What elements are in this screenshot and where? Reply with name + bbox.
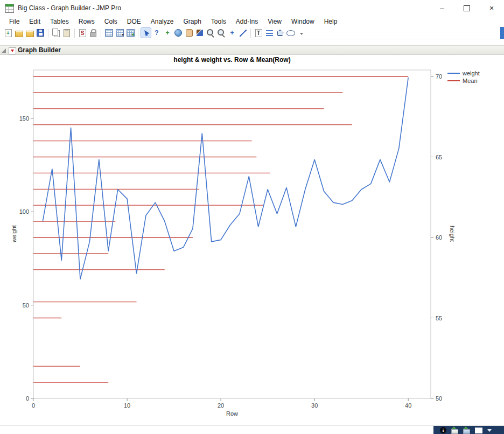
find-table-icon[interactable]: •	[115, 28, 124, 38]
menu-item-tables[interactable]: Tables	[45, 17, 74, 26]
paste-icon[interactable]	[62, 28, 72, 38]
legend-label: Mean	[463, 78, 478, 84]
new-data-table-icon[interactable]: +	[3, 28, 13, 38]
menu-item-edit[interactable]: Edit	[24, 17, 45, 26]
menu-item-rows[interactable]: Rows	[74, 17, 100, 26]
save-icon[interactable]	[36, 28, 45, 38]
left-axis-label[interactable]: weight	[11, 218, 17, 250]
status-bar: i	[0, 425, 504, 434]
weight-line-swatch	[447, 73, 460, 74]
menu-item-help[interactable]: Help	[319, 17, 342, 26]
legend: weight Mean	[447, 69, 480, 85]
x-axis-label[interactable]: Row	[33, 410, 431, 417]
globe-tool-icon[interactable]	[173, 28, 183, 38]
text-annotation-icon[interactable]: T	[254, 28, 263, 38]
minimize-button[interactable]: –	[430, 0, 454, 16]
toolbar-separator	[101, 29, 101, 38]
info-icon[interactable]: i	[440, 427, 446, 433]
line-annotation-icon[interactable]	[238, 28, 248, 38]
svg-text:30: 30	[311, 402, 318, 409]
open-icon[interactable]	[14, 28, 24, 38]
red-triangle-menu-icon[interactable]	[9, 47, 16, 54]
toolbar-separator	[250, 29, 251, 38]
crosshair-tool-icon[interactable]: +	[163, 28, 172, 38]
graph-builder-chart[interactable]: height & weight vs. Row & Mean(Row) 0102…	[0, 55, 504, 425]
legend-item-mean[interactable]: Mean	[447, 77, 480, 85]
oval-annotation-icon[interactable]	[286, 28, 296, 38]
svg-text:150: 150	[19, 115, 29, 122]
grabber-tool-icon[interactable]	[184, 28, 194, 38]
report-title: Graph Builder	[18, 46, 61, 54]
svg-text:20: 20	[218, 402, 224, 409]
menu-item-cols[interactable]: Cols	[100, 17, 122, 26]
home-window-icon[interactable]	[451, 429, 458, 434]
plot-area[interactable]: 0102030400501001505055606570	[0, 55, 504, 425]
svg-text:55: 55	[436, 315, 442, 321]
script-icon[interactable]: S	[78, 28, 87, 38]
svg-text:70: 70	[436, 73, 442, 80]
magnifier-tool-icon[interactable]	[216, 28, 226, 38]
menu-item-window[interactable]: Window	[286, 17, 319, 26]
window-preview-icon[interactable]	[475, 428, 482, 433]
add-table-icon[interactable]: +	[125, 28, 135, 38]
close-button[interactable]: ×	[479, 0, 504, 16]
toolbar-overflow-icon[interactable]	[297, 28, 306, 38]
menu-item-view[interactable]: View	[263, 17, 286, 26]
caret-down-icon[interactable]	[487, 429, 492, 432]
polygon-annotation-icon[interactable]	[275, 28, 285, 38]
open-recent-icon[interactable]	[25, 28, 34, 38]
menu-item-graph[interactable]: Graph	[178, 17, 206, 26]
menu-bar: FileEditTablesRowsColsDOEAnalyzeGraphToo…	[0, 16, 504, 27]
toolbar-separator	[74, 29, 75, 38]
legend-item-weight[interactable]: weight	[447, 69, 480, 77]
right-axis-label[interactable]: height	[449, 218, 456, 250]
toolbar-separator	[48, 29, 48, 38]
jmp-data-table-icon	[5, 4, 14, 13]
menu-item-tools[interactable]: Tools	[206, 17, 231, 26]
window-controls: – ×	[430, 0, 504, 16]
status-panel: i	[433, 426, 504, 434]
menu-item-file[interactable]: File	[4, 17, 24, 26]
title-bar: Big Class - Graph Builder - JMP Pro – ×	[0, 0, 504, 16]
legend-label: weight	[463, 70, 480, 76]
mean-line-swatch	[447, 80, 460, 81]
report-header: Graph Builder	[0, 45, 504, 55]
svg-text:50: 50	[23, 302, 29, 309]
help-tool-icon[interactable]: ?	[152, 28, 162, 38]
svg-text:65: 65	[436, 154, 442, 160]
svg-text:60: 60	[436, 234, 442, 241]
menu-item-analyze[interactable]: Analyze	[146, 17, 179, 26]
menu-item-doe[interactable]: DOE	[122, 17, 146, 26]
zoom-in-tool-icon[interactable]	[206, 28, 215, 38]
toolbar-separator	[138, 29, 138, 38]
svg-text:0: 0	[26, 395, 29, 402]
window-title: Big Class - Graph Builder - JMP Pro	[18, 4, 121, 12]
lock-icon[interactable]	[88, 28, 98, 38]
toolbar-edge-strip	[500, 27, 504, 39]
arrow-tool-icon[interactable]	[141, 28, 151, 38]
svg-text:50: 50	[436, 395, 442, 402]
disclosure-triangle-icon[interactable]	[2, 48, 6, 53]
svg-text:10: 10	[124, 402, 130, 409]
menu-item-addins[interactable]: Add-Ins	[231, 17, 263, 26]
brush-tool-icon[interactable]	[195, 28, 205, 38]
svg-text:40: 40	[405, 402, 411, 409]
maximize-icon	[464, 5, 470, 11]
svg-text:100: 100	[19, 208, 29, 215]
plus-tool-icon[interactable]: +	[227, 28, 237, 38]
window-manager-icon[interactable]	[463, 429, 470, 434]
bars-annotation-icon[interactable]	[264, 28, 274, 38]
toolbar: +S•+?++T	[0, 27, 504, 39]
svg-text:0: 0	[32, 402, 35, 409]
maximize-button[interactable]	[454, 0, 479, 16]
data-table-icon[interactable]	[104, 28, 114, 38]
copy-icon[interactable]	[51, 28, 61, 38]
